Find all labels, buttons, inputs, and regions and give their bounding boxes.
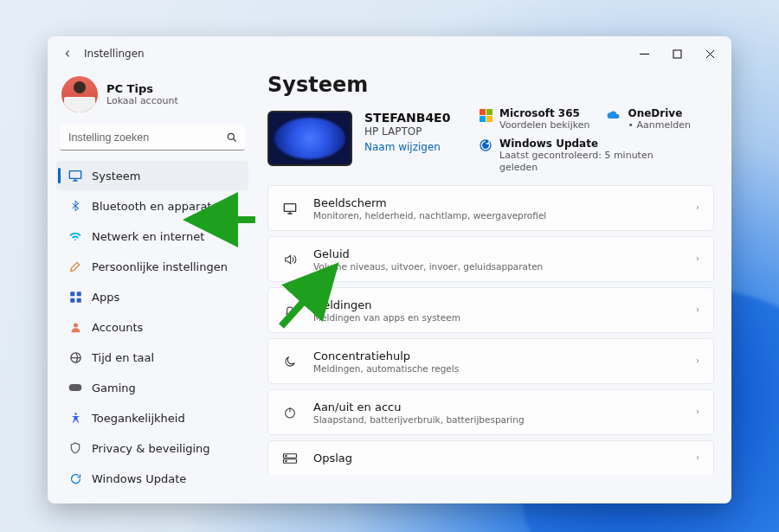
svg-rect-0 [673, 50, 681, 58]
svg-rect-2 [69, 171, 80, 179]
card-desc: Slaapstand, batterijverbruik, batterijbe… [313, 414, 680, 425]
sidebar-item-label: Gaming [92, 381, 136, 394]
svg-point-7 [74, 323, 78, 327]
promo-m365-title: Microsoft 365 [499, 107, 589, 119]
sidebar-item-gaming[interactable]: Gaming [56, 373, 248, 402]
page-title: Systeem [267, 73, 714, 97]
sidebar-item-netwerk-en-internet[interactable]: Netwerk en internet [56, 221, 248, 251]
chevron-right-icon [694, 353, 701, 369]
card-desc: Meldingen van apps en systeem [313, 312, 680, 323]
sidebar-item-bluetooth-en-apparaten[interactable]: Bluetooth en apparaten [56, 191, 248, 221]
power-icon [280, 406, 299, 420]
gamepad-icon [68, 381, 82, 394]
search-input[interactable] [60, 125, 245, 151]
storage-icon [280, 452, 299, 465]
promo-m365[interactable]: Microsoft 365 Voordelen bekijken [479, 107, 589, 131]
cloud-icon [607, 108, 621, 122]
shield-icon [68, 441, 82, 455]
sidebar-item-label: Windows Update [92, 472, 186, 485]
device-model: HP LAPTOP [364, 125, 450, 138]
display-icon [280, 202, 299, 215]
chevron-right-icon [694, 404, 701, 420]
back-button[interactable] [56, 42, 79, 65]
settings-card-geluid[interactable]: GeluidVolume niveaus, uitvoer, invoer, g… [267, 236, 714, 282]
sidebar-item-windows-update[interactable]: Windows Update [56, 464, 248, 493]
titlebar: Instellingen [48, 36, 731, 71]
update-icon [479, 138, 493, 152]
profile-block[interactable]: PC Tips Lokaal account [56, 74, 248, 125]
promo-wu-sub: Laatst gecontroleerd: 5 minuten geleden [499, 150, 655, 175]
svg-rect-9 [69, 384, 82, 391]
nav-list: SysteemBluetooth en apparatenNetwerk en … [56, 161, 248, 493]
sidebar-item-toegankelijkheid[interactable]: Toegankelijkheid [56, 403, 248, 433]
settings-card-concentratiehulp[interactable]: ConcentratiehulpMeldingen, automatische … [267, 338, 714, 384]
sidebar-item-label: Persoonlijke instellingen [92, 260, 228, 273]
card-title: Aan/uit en accu [313, 401, 680, 413]
sidebar-item-tijd-en-taal[interactable]: Tijd en taal [56, 343, 248, 372]
promo-onedrive-sub: • Aanmelden [628, 119, 691, 131]
promo-windows-update[interactable]: Windows Update Laatst gecontroleerd: 5 m… [479, 138, 711, 175]
close-button[interactable] [693, 36, 726, 71]
sidebar-item-systeem[interactable]: Systeem [56, 161, 248, 190]
svg-rect-5 [70, 298, 74, 302]
chevron-right-icon [694, 302, 701, 318]
svg-point-17 [286, 460, 286, 461]
svg-point-10 [74, 413, 77, 415]
chevron-right-icon [694, 200, 701, 216]
settings-card-meldingen[interactable]: MeldingenMeldingen van apps en systeem [267, 287, 714, 333]
bell-icon [280, 303, 299, 318]
sidebar-item-label: Apps [92, 291, 119, 304]
promo-wu-title: Windows Update [499, 138, 655, 150]
sound-icon [280, 253, 299, 266]
svg-rect-6 [76, 298, 80, 302]
device-hero: STEFANB4E0 HP LAPTOP Naam wijzigen Micro… [267, 111, 714, 166]
promo-onedrive-title: OneDrive [628, 107, 691, 119]
microsoft-logo-icon [479, 108, 493, 122]
main-panel: Systeem STEFANB4E0 HP LAPTOP Naam wijzig… [257, 71, 731, 503]
promo-m365-sub: Voordelen bekijken [499, 119, 589, 131]
update-icon [68, 471, 82, 485]
sidebar-item-apps[interactable]: Apps [56, 282, 248, 311]
promo-onedrive[interactable]: OneDrive • Aanmelden [607, 107, 691, 131]
svg-point-1 [228, 133, 234, 139]
sidebar-item-label: Netwerk en internet [92, 230, 204, 243]
maximize-button[interactable] [660, 36, 693, 71]
sidebar-item-label: Bluetooth en apparaten [92, 200, 226, 213]
sidebar-item-privacy-beveiliging[interactable]: Privacy & beveiliging [56, 433, 248, 463]
sidebar-item-persoonlijke-instellingen[interactable]: Persoonlijke instellingen [56, 252, 248, 281]
search-icon [226, 131, 238, 147]
card-title: Meldingen [313, 298, 680, 311]
sidebar: PC Tips Lokaal account SysteemBluetooth … [48, 71, 257, 503]
card-title: Concentratiehulp [313, 349, 680, 362]
sidebar-item-accounts[interactable]: Accounts [56, 312, 248, 342]
settings-window: Instellingen PC Tips Lokaal account Sy [48, 36, 731, 503]
device-name: STEFANB4E0 [364, 111, 450, 125]
accessibility-icon [68, 411, 82, 425]
minimize-button[interactable] [628, 36, 660, 71]
card-desc: Monitoren, helderheid, nachtlamp, weerga… [313, 210, 680, 221]
profile-account-type: Lokaal account [106, 95, 178, 106]
card-title: Beeldscherm [313, 196, 680, 209]
rename-link[interactable]: Naam wijzigen [364, 141, 441, 153]
chevron-right-icon [694, 450, 701, 466]
person-icon [68, 320, 82, 334]
brush-icon [68, 260, 82, 273]
settings-card-list: BeeldschermMonitoren, helderheid, nachtl… [267, 185, 714, 475]
apps-icon [68, 290, 82, 304]
svg-rect-12 [284, 203, 295, 211]
card-desc: Volume niveaus, uitvoer, invoer, geluids… [313, 261, 680, 272]
sidebar-item-label: Privacy & beveiliging [92, 442, 210, 455]
card-desc: Meldingen, automatische regels [313, 363, 680, 374]
sidebar-item-label: Systeem [92, 170, 140, 183]
settings-card-aan-uit-en-accu[interactable]: Aan/uit en accuSlaapstand, batterijverbr… [267, 389, 714, 435]
settings-card-beeldscherm[interactable]: BeeldschermMonitoren, helderheid, nachtl… [267, 185, 714, 231]
settings-card-opslag[interactable]: Opslag [267, 440, 714, 475]
svg-point-16 [286, 455, 286, 456]
bluetooth-icon [68, 199, 82, 213]
sidebar-item-label: Accounts [92, 321, 143, 334]
wifi-icon [68, 229, 82, 243]
window-title: Instellingen [84, 48, 145, 60]
svg-rect-4 [76, 292, 80, 296]
display-icon [68, 169, 82, 183]
device-thumbnail [267, 111, 352, 166]
